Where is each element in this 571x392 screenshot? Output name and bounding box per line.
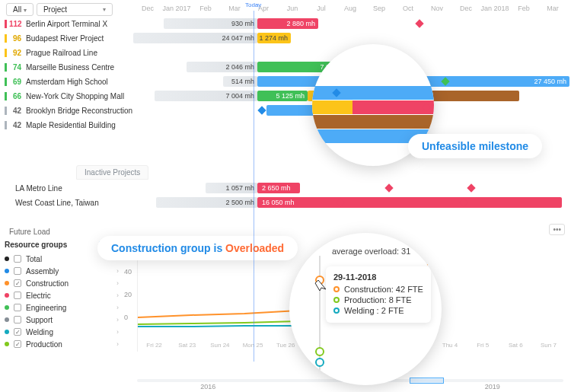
- project-badge: 66: [5, 92, 21, 100]
- project-row[interactable]: West Coast Line, Taiwan2 500 mh16 050 mh: [0, 196, 571, 210]
- chevron-right-icon: ›: [116, 328, 119, 336]
- project-badge: 92: [5, 49, 21, 57]
- checkbox[interactable]: [14, 292, 21, 299]
- checkbox[interactable]: ✓: [14, 340, 21, 348]
- project-name: Prague Railroad Line: [26, 49, 97, 57]
- phase-bar[interactable]: 2 880 mh: [257, 18, 318, 29]
- tooltip-date: 29-11-2018: [333, 272, 423, 282]
- manhours-bar: 930 mh: [164, 18, 257, 29]
- month-label: Jan 2017: [162, 5, 191, 17]
- project-row[interactable]: 74Marseille Business Centre2 046 mh7 200…: [0, 60, 571, 75]
- resource-label: Assembly: [26, 267, 59, 276]
- magnifier-overload: average overload: 31 29-11-2018 Construc…: [289, 233, 442, 385]
- phase-bar[interactable]: 1 274 mh: [257, 33, 291, 43]
- project-rows: 112Berlin Airport Terminal X930 mh2 880 …: [0, 17, 571, 132]
- project-name: Brooklyn Bridge Reconstruction: [26, 107, 132, 115]
- color-dot: [5, 305, 9, 310]
- svg-point-2: [316, 348, 324, 355]
- project-badge: 74: [5, 63, 21, 72]
- y-tick: 20: [124, 291, 132, 298]
- phase-bar[interactable]: 5 125 mh: [257, 91, 308, 101]
- color-dot: [5, 269, 9, 273]
- project-row[interactable]: 66New-York City Shopping Mall7 004 mh5 1…: [0, 89, 571, 104]
- project-row[interactable]: 112Berlin Airport Terminal X930 mh2 880 …: [0, 17, 571, 31]
- filter-all[interactable]: All ▾: [6, 3, 33, 16]
- tooltip-row: Welding : 2 FTE: [333, 306, 423, 315]
- future-load-tab[interactable]: Future Load: [5, 225, 55, 238]
- chevron-down-icon: ▾: [24, 7, 27, 14]
- month-label: Mar: [220, 5, 249, 17]
- resource-label: Production: [26, 340, 62, 349]
- resource-list: Total›Assembly›✓Construction›Electric›En…: [5, 253, 119, 350]
- resource-item[interactable]: ✓Production›: [5, 338, 119, 350]
- manhours-bar: 514 mh: [223, 76, 257, 87]
- project-badge: 42: [5, 107, 21, 115]
- project-badge: 112: [5, 20, 21, 28]
- project-row[interactable]: 42Brooklyn Bridge Reconstruction3 200 mh: [0, 104, 571, 118]
- inactive-rows: LA Metro Line1 057 mh2 650 mhWest Coast …: [0, 181, 571, 210]
- checkbox[interactable]: [14, 304, 21, 311]
- month-label: Nov: [423, 5, 451, 17]
- color-dot: [5, 257, 9, 261]
- resource-item[interactable]: Engineering›: [5, 301, 119, 314]
- chevron-right-icon: ›: [116, 279, 119, 287]
- month-label: Oct: [394, 5, 423, 17]
- milestone-diamond[interactable]: [415, 19, 423, 27]
- month-label: Feb: [509, 5, 538, 17]
- resource-label: Electric: [26, 292, 51, 300]
- gantt-lane: 24 047 mh1 274 mh: [133, 31, 571, 46]
- checkbox[interactable]: [14, 316, 21, 323]
- month-label: Jun: [278, 5, 307, 17]
- chevron-right-icon: ›: [116, 340, 119, 348]
- project-name: Marseille Business Centre: [26, 63, 114, 72]
- checkbox[interactable]: [14, 255, 21, 263]
- manhours-bar: 24 047 mh: [133, 33, 257, 43]
- month-label: Dec: [451, 5, 480, 17]
- filter-scope[interactable]: Project ▾: [37, 3, 113, 16]
- project-badge: 69: [5, 78, 21, 86]
- resource-label: Support: [26, 316, 53, 324]
- project-row[interactable]: 96Budapest River Project24 047 mh1 274 m…: [0, 31, 571, 46]
- resource-item[interactable]: Assembly›: [5, 265, 119, 277]
- resource-item[interactable]: ✓Welding›: [5, 326, 119, 338]
- resource-label: Welding: [26, 328, 53, 336]
- y-tick: 40: [124, 268, 132, 276]
- checkbox[interactable]: ✓: [14, 328, 21, 336]
- callout-overloaded: Construction group is Overloaded: [97, 236, 298, 260]
- project-row[interactable]: LA Metro Line1 057 mh2 650 mh: [0, 181, 571, 196]
- resource-item[interactable]: Electric›: [5, 289, 119, 301]
- color-dot: [5, 330, 9, 334]
- color-dot: [5, 293, 9, 298]
- project-row[interactable]: 42Maple Residential Building: [0, 118, 571, 132]
- resource-label: Construction: [26, 279, 69, 288]
- chevron-right-icon: ›: [116, 304, 119, 311]
- resource-label: Engineering: [26, 304, 66, 312]
- checkbox[interactable]: [14, 267, 21, 275]
- svg-point-3: [316, 359, 324, 366]
- checkbox[interactable]: ✓: [14, 279, 21, 287]
- project-row[interactable]: 69Amsterdam High School514 mh27 450 mh: [0, 75, 571, 89]
- manhours-bar: 2 046 mh: [187, 62, 257, 72]
- project-name: New-York City Shopping Mall: [26, 92, 124, 100]
- chevron-right-icon: ›: [116, 292, 119, 299]
- month-label: Feb: [191, 5, 220, 17]
- project-name: Budapest River Project: [26, 34, 104, 43]
- resource-item[interactable]: ✓Construction›: [5, 277, 119, 289]
- month-label: Aug: [336, 5, 365, 17]
- inactive-projects-tab[interactable]: Inactive Projects: [76, 165, 148, 180]
- project-name: LA Metro Line: [15, 184, 62, 193]
- project-badge: 96: [5, 34, 21, 43]
- month-label: Jul: [307, 5, 336, 17]
- callout-unfeasible: Unfeasible milestone: [408, 134, 542, 158]
- project-row[interactable]: 92Prague Railroad Line: [0, 46, 571, 60]
- month-label: Sep: [365, 5, 394, 17]
- milestone-diamond[interactable]: [257, 106, 266, 114]
- chevron-down-icon: ▾: [103, 6, 106, 13]
- project-name: Amsterdam High School: [26, 78, 108, 86]
- resource-item[interactable]: Support›: [5, 314, 119, 326]
- project-name: Berlin Airport Terminal X: [26, 20, 107, 28]
- more-button[interactable]: •••: [549, 224, 565, 235]
- filter-all-label: All: [13, 5, 21, 14]
- color-dot: [5, 317, 9, 322]
- filter-scope-label: Project: [43, 5, 67, 14]
